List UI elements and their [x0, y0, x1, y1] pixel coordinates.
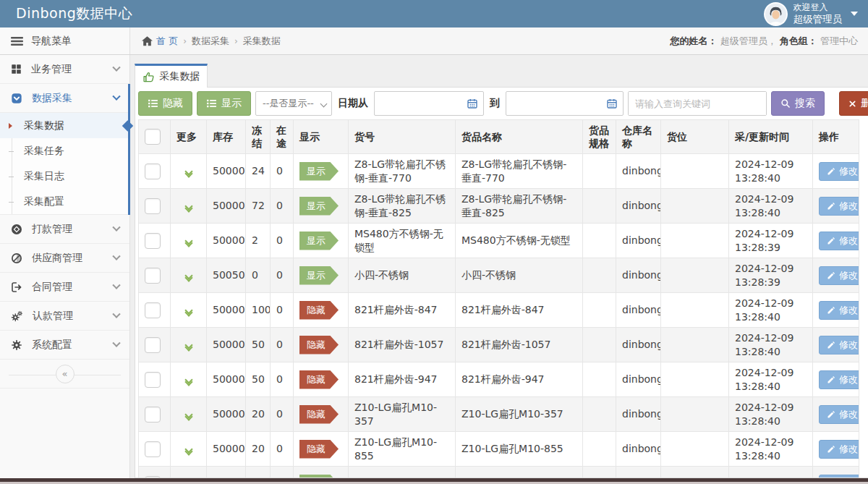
row-checkbox[interactable] [145, 372, 161, 388]
expand-row-icon[interactable] [186, 273, 192, 281]
keyword-search-input[interactable] [629, 92, 766, 115]
modify-button[interactable]: 修改 [819, 370, 859, 389]
avatar-face-icon [765, 4, 786, 25]
table-row: 50050000显示小四-不锈钢小四-不锈钢dinbong2024-12-09 … [139, 258, 859, 293]
hamburger-icon [11, 36, 23, 46]
user-menu[interactable]: 欢迎登入 超级管理员 [764, 2, 859, 26]
calendar-icon[interactable] [467, 98, 478, 109]
sidebar-subitem-1-1[interactable]: 采集任务 [0, 138, 129, 164]
warehouse-cell: dinbong [616, 328, 661, 362]
sidebar-subitem-1-0[interactable]: 采集数据 [0, 113, 129, 138]
status-badge[interactable]: 显示 [299, 266, 339, 285]
sidebar-collapse-button[interactable]: « [56, 365, 75, 383]
spec-cell [583, 432, 616, 467]
frozen-cell: 20 [246, 432, 271, 467]
row-checkbox[interactable] [145, 198, 161, 214]
expand-row-icon[interactable] [186, 412, 192, 420]
visibility-filter-select[interactable]: --是否显示-- [255, 91, 332, 116]
modify-button[interactable]: 修改 [819, 336, 859, 354]
table-row: 500000500隐藏821杆扁外齿-1057821杆扁外齿-1057dinbo… [139, 328, 859, 362]
status-badge[interactable]: 隐藏 [299, 336, 339, 354]
search-button[interactable]: 搜索 [771, 91, 825, 116]
row-checkbox[interactable] [145, 337, 161, 353]
sidebar-item-5[interactable]: 认款管理 [0, 302, 129, 331]
calendar-icon[interactable] [606, 98, 618, 109]
sidebar-item-4[interactable]: 合同管理 [0, 273, 129, 302]
expand-row-icon[interactable] [186, 203, 192, 211]
expand-row-icon[interactable] [186, 377, 192, 385]
warehouse-cell: dinbong [616, 432, 661, 467]
column-header: 更多 [171, 120, 207, 154]
modify-button[interactable]: 修改 [819, 405, 859, 424]
show-button[interactable]: 显示 [197, 91, 251, 116]
row-checkbox[interactable] [145, 441, 161, 457]
hide-button[interactable]: 隐藏 [138, 91, 192, 116]
modify-button[interactable]: 修改 [819, 440, 859, 459]
modify-button[interactable]: 修改 [819, 301, 859, 320]
frozen-cell: 24 [246, 154, 271, 189]
status-badge[interactable]: 显示 [299, 162, 339, 181]
select-all-checkbox[interactable] [145, 129, 161, 145]
date-to-input[interactable] [506, 91, 624, 116]
status-badge[interactable]: 隐藏 [299, 440, 339, 459]
close-icon [848, 100, 856, 108]
warehouse-cell: dinbong [616, 154, 661, 189]
sidebar-item-6[interactable]: 系统配置 [0, 331, 129, 360]
expand-row-icon[interactable] [186, 169, 192, 177]
status-badge[interactable]: 显示 [299, 197, 339, 216]
sidebar-subitem-1-2[interactable]: 采集日志 [0, 164, 129, 189]
sidebar: 业务管理数据采集采集数据采集任务采集日志采集配置打款管理供应商管理合同管理认款管… [0, 55, 130, 484]
row-checkbox[interactable] [145, 164, 161, 179]
code-cell: Z8-LG带轮扁孔不锈钢-垂直-825 [349, 189, 456, 224]
row-checkbox[interactable] [145, 233, 161, 249]
sidebar-item-2[interactable]: 打款管理 [0, 215, 129, 244]
sidebar-item-1[interactable]: 数据采集 [0, 84, 129, 113]
expand-row-icon[interactable] [186, 446, 192, 454]
breadcrumb-level1[interactable]: 数据采集 [192, 35, 229, 48]
table-row: 500000240显示Z8-LG带轮扁孔不锈钢-垂直-770Z8-LG带轮扁孔不… [139, 154, 859, 189]
sidebar-subitem-label: 采集日志 [24, 170, 64, 183]
expand-row-icon[interactable] [186, 307, 192, 315]
pencil-icon [827, 237, 835, 245]
row-checkbox[interactable] [145, 268, 161, 284]
expand-row-icon[interactable] [186, 342, 192, 350]
sidebar-item-3[interactable]: 供应商管理 [0, 244, 129, 273]
nav-menu-toggle[interactable]: 导航菜单 [0, 27, 130, 54]
list-icon [206, 98, 217, 109]
chevron-down-icon [112, 310, 120, 318]
modify-button[interactable]: 修改 [819, 266, 859, 285]
status-badge[interactable]: 显示 [299, 232, 339, 250]
tab-collect-data[interactable]: 采集数据 [135, 64, 208, 88]
status-badge[interactable]: 隐藏 [299, 301, 339, 320]
stock-cell [207, 467, 246, 479]
code-cell: Z10-LG扁孔M10-357 [349, 397, 456, 432]
date-from-input[interactable] [374, 91, 484, 116]
modify-button[interactable]: 修改 [819, 232, 859, 250]
breadcrumb-home-link[interactable]: 首 页 [142, 35, 178, 48]
frozen-cell: 50 [246, 362, 271, 397]
welcome-text: 欢迎登入 超级管理员 [793, 2, 843, 25]
spec-cell [583, 397, 616, 432]
date-from-label: 日期从 [336, 97, 370, 110]
row-checkbox[interactable] [145, 302, 161, 318]
delete-button[interactable]: 删除 [839, 91, 868, 116]
status-badge[interactable]: 隐藏 [299, 405, 339, 424]
warehouse-cell: dinbong [616, 189, 661, 224]
name-cell: 821杆扁外齿-947 [456, 362, 583, 397]
row-checkbox[interactable] [145, 407, 161, 423]
expand-row-icon[interactable] [186, 238, 192, 246]
pencil-icon [827, 375, 835, 384]
sidebar-subitem-1-3[interactable]: 采集配置 [0, 189, 129, 214]
modify-button[interactable]: 修改 [819, 162, 859, 181]
breadcrumb-level2: 采集数据 [243, 35, 281, 48]
cogs-icon [11, 310, 23, 322]
sidebar-item-label: 打款管理 [32, 223, 104, 236]
avatar[interactable] [764, 2, 788, 26]
table-row: 5000001000隐藏821杆扁外齿-847821杆扁外齿-847dinbon… [139, 293, 859, 328]
location-cell [661, 467, 729, 479]
modify-button[interactable]: 修改 [819, 197, 859, 216]
search-icon [780, 98, 791, 109]
sidebar-item-0[interactable]: 业务管理 [0, 55, 129, 84]
status-badge[interactable]: 隐藏 [299, 370, 339, 389]
sidebar-item-label: 数据采集 [32, 92, 104, 105]
